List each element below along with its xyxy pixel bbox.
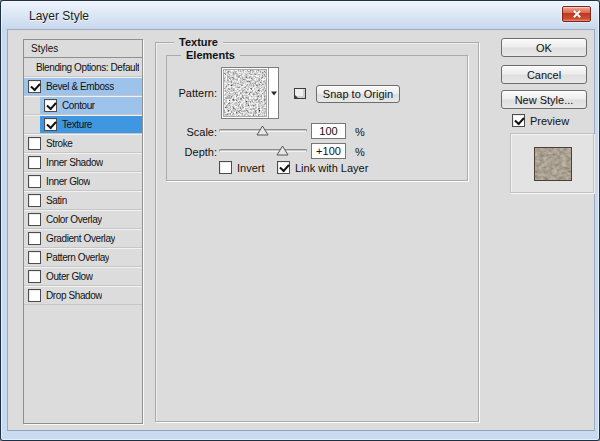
styles-list-item-label: Stroke xyxy=(46,138,73,149)
pane-title: Texture xyxy=(174,36,223,48)
styles-list-item-label: Blending Options: Default xyxy=(36,62,139,73)
depth-unit: % xyxy=(355,146,365,158)
elements-group-legend: Elements xyxy=(181,49,240,61)
styles-list-item-stroke[interactable]: Stroke xyxy=(24,134,142,153)
styles-list-item-label: Bevel & Emboss xyxy=(46,81,114,92)
styles-list-item-label: Gradient Overlay xyxy=(46,233,115,244)
effect-checkbox[interactable] xyxy=(28,156,41,169)
link-with-layer-label: Link with Layer xyxy=(295,162,368,174)
styles-list-item-label: Color Overlay xyxy=(46,214,102,225)
styles-list-item-drop-shadow[interactable]: Drop Shadow xyxy=(24,286,142,305)
preview-thumbnail xyxy=(534,147,572,181)
effect-checkbox[interactable] xyxy=(28,289,41,302)
effect-checkbox[interactable] xyxy=(28,137,41,150)
snap-to-origin-button[interactable]: Snap to Origin xyxy=(316,85,400,103)
dialog-title: Layer Style xyxy=(29,9,89,23)
scale-label: Scale: xyxy=(175,126,217,138)
close-button[interactable] xyxy=(562,6,591,22)
styles-list-item-label: Drop Shadow xyxy=(46,290,102,301)
new-style-button[interactable]: New Style... xyxy=(501,90,587,109)
styles-list-item-contour[interactable]: Contour xyxy=(24,96,142,115)
elements-group: Elements Pattern: Snap to Origin Scale: xyxy=(166,55,468,181)
styles-list-item-label: Satin xyxy=(46,195,67,206)
styles-list-item-inner-shadow[interactable]: Inner Shadow xyxy=(24,153,142,172)
chevron-down-icon xyxy=(271,92,277,96)
effect-checkbox[interactable] xyxy=(28,80,41,93)
scale-value-input[interactable] xyxy=(311,123,346,139)
preview-panel xyxy=(510,133,594,193)
styles-list-item-label: Inner Glow xyxy=(46,176,90,187)
styles-panel-header: Styles xyxy=(23,39,143,58)
effect-checkbox[interactable] xyxy=(28,232,41,245)
preview-label: Preview xyxy=(530,115,569,127)
dialog-body: Styles Blending Options: Default Bevel &… xyxy=(7,29,595,431)
styles-list-item-label: Inner Shadow xyxy=(46,157,103,168)
new-pattern-icon[interactable] xyxy=(294,88,306,99)
pattern-thumbnail xyxy=(223,69,267,117)
styles-list-item-bevel-emboss[interactable]: Bevel & Emboss xyxy=(24,77,142,96)
depth-label: Depth: xyxy=(175,146,217,158)
styles-list: Blending Options: Default Bevel & Emboss… xyxy=(23,57,143,424)
effect-checkbox[interactable] xyxy=(28,213,41,226)
styles-list-item-outer-glow[interactable]: Outer Glow xyxy=(24,267,142,286)
styles-list-item-satin[interactable]: Satin xyxy=(24,191,142,210)
title-bar[interactable]: Layer Style xyxy=(2,2,598,29)
ok-button[interactable]: OK xyxy=(501,38,587,57)
scale-unit: % xyxy=(355,126,365,138)
effect-checkbox[interactable] xyxy=(28,251,41,264)
preview-checkbox[interactable] xyxy=(512,114,525,127)
styles-list-item-texture[interactable]: Texture xyxy=(24,115,142,134)
effect-checkbox[interactable] xyxy=(44,118,57,131)
scale-slider[interactable] xyxy=(219,129,307,132)
invert-checkbox[interactable] xyxy=(219,161,232,174)
effect-checkbox[interactable] xyxy=(28,270,41,283)
pattern-dropdown[interactable] xyxy=(268,68,278,118)
texture-pane: Texture Elements Pattern: Snap to Origin… xyxy=(155,42,479,422)
styles-list-item-color-overlay[interactable]: Color Overlay xyxy=(24,210,142,229)
styles-list-item-blending-options[interactable]: Blending Options: Default xyxy=(24,58,142,77)
styles-list-item-label: Pattern Overlay xyxy=(46,252,109,263)
pattern-picker[interactable] xyxy=(221,67,279,119)
layer-style-dialog: Layer Style Styles Blending Options: Def… xyxy=(0,0,600,441)
invert-label: Invert xyxy=(237,162,265,174)
styles-list-item-label: Texture xyxy=(62,119,92,130)
effect-checkbox[interactable] xyxy=(28,175,41,188)
styles-list-item-inner-glow[interactable]: Inner Glow xyxy=(24,172,142,191)
pattern-label: Pattern: xyxy=(175,87,217,99)
styles-list-item-label: Outer Glow xyxy=(46,271,93,282)
styles-list-item-pattern-overlay[interactable]: Pattern Overlay xyxy=(24,248,142,267)
cancel-button[interactable]: Cancel xyxy=(501,65,587,84)
depth-slider-thumb[interactable] xyxy=(276,145,289,156)
effect-checkbox[interactable] xyxy=(44,99,57,112)
depth-slider[interactable] xyxy=(219,149,307,152)
scale-slider-thumb[interactable] xyxy=(256,125,269,136)
styles-list-item-label: Contour xyxy=(62,100,95,111)
styles-list-item-gradient-overlay[interactable]: Gradient Overlay xyxy=(24,229,142,248)
depth-value-input[interactable] xyxy=(311,143,346,159)
link-with-layer-checkbox[interactable] xyxy=(277,161,290,174)
close-icon xyxy=(563,7,590,21)
effect-checkbox[interactable] xyxy=(28,194,41,207)
